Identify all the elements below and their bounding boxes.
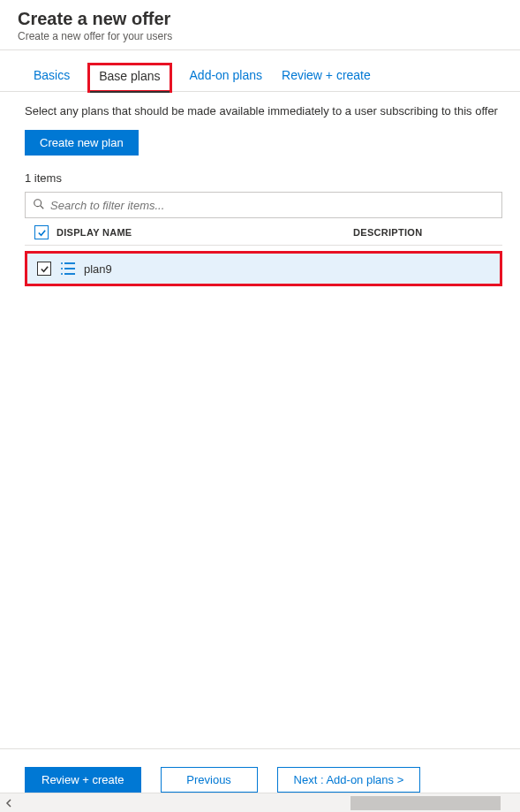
table-row[interactable]: plan9 xyxy=(25,251,502,286)
content-area: Select any plans that should be made ava… xyxy=(0,92,520,286)
page-subtitle: Create a new offer for your users xyxy=(18,30,502,42)
scroll-thumb[interactable] xyxy=(350,796,501,810)
tab-addon-plans[interactable]: Add-on plans xyxy=(188,63,265,91)
search-input[interactable] xyxy=(50,199,494,212)
plan-icon xyxy=(59,261,77,277)
tab-bar: Basics Base plans Add-on plans Review + … xyxy=(0,50,520,92)
tab-review-create[interactable]: Review + create xyxy=(280,63,373,91)
select-all-checkbox[interactable] xyxy=(34,225,49,239)
create-new-plan-button[interactable]: Create new plan xyxy=(25,130,139,156)
footer-bar: Review + create Previous Next : Add-on p… xyxy=(0,748,520,793)
item-count-label: 1 items xyxy=(25,171,502,185)
search-box[interactable] xyxy=(25,192,502,218)
next-button[interactable]: Next : Add-on plans > xyxy=(277,767,421,793)
tab-base-plans[interactable]: Base plans xyxy=(87,63,171,93)
previous-button[interactable]: Previous xyxy=(161,767,258,793)
review-create-button[interactable]: Review + create xyxy=(25,767,141,793)
page-header: Create a new offer Create a new offer fo… xyxy=(0,0,520,50)
row-name: plan9 xyxy=(84,262,112,276)
svg-line-1 xyxy=(41,205,44,209)
tab-basics[interactable]: Basics xyxy=(32,63,72,91)
column-header-name[interactable]: DISPLAY NAME xyxy=(53,227,353,238)
search-icon xyxy=(33,198,45,213)
description-text: Select any plans that should be made ava… xyxy=(25,104,502,118)
svg-point-0 xyxy=(34,199,41,206)
row-checkbox[interactable] xyxy=(37,262,51,276)
page-title: Create a new offer xyxy=(18,9,502,29)
scroll-left-arrow-icon[interactable] xyxy=(0,793,19,813)
table-header-row: DISPLAY NAME DESCRIPTION xyxy=(25,218,502,246)
column-header-description[interactable]: DESCRIPTION xyxy=(353,227,502,238)
horizontal-scrollbar[interactable] xyxy=(0,793,520,812)
